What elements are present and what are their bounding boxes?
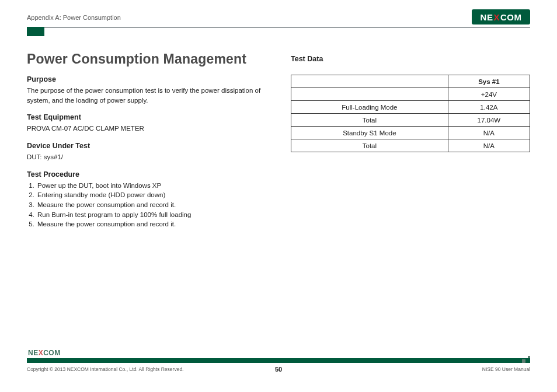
dut-heading: Device Under Test — [27, 142, 270, 150]
table-row: Standby S1 Mode N/A — [291, 127, 530, 139]
footer-logo-part2: COM — [43, 349, 61, 357]
page-title: Power Consumption Management — [27, 51, 270, 67]
testdata-table: Sys #1 +24V Full-Loading Mode 1.42A Tota… — [291, 75, 530, 152]
table-row: Full-Loading Mode 1.42A — [291, 101, 530, 114]
footer-brand-logo: NEXCOM — [28, 349, 61, 357]
footer-page-number: 50 — [0, 366, 557, 373]
footer-logo-x: X — [39, 349, 44, 357]
procedure-list: Power up the DUT, boot into Windows XP E… — [27, 181, 270, 229]
brand-logo: NEXCOM — [472, 9, 530, 24]
footer-logo-part1: NE — [28, 349, 39, 357]
equipment-heading: Test Equipment — [27, 113, 270, 121]
content-body: Power Consumption Management Purpose The… — [27, 51, 530, 229]
table-row-value: 17.04W — [448, 114, 530, 127]
table-header-blank — [291, 75, 448, 88]
logo-text-part1: NE — [481, 12, 493, 22]
table-row: Total 17.04W — [291, 114, 530, 127]
procedure-heading: Test Procedure — [27, 170, 270, 178]
table-row-label: Full-Loading Mode — [291, 101, 448, 114]
procedure-step: Run Burn-in test program to apply 100% f… — [36, 210, 270, 220]
table-row: Total N/A — [291, 139, 530, 152]
equipment-text: PROVA CM-07 AC/DC CLAMP METER — [27, 124, 270, 134]
right-column: Test Data Sys #1 +24V Full-Loading Mode … — [291, 51, 530, 229]
table-header-row: Sys #1 — [291, 75, 530, 88]
table-row-value: 1.42A — [448, 101, 530, 114]
table-row-label: Total — [291, 139, 448, 152]
table-row-label: Total — [291, 114, 448, 127]
footer-doc-name: NISE 90 User Manual — [482, 366, 530, 372]
purpose-text: The purpose of the power consumption tes… — [27, 86, 270, 105]
procedure-step: Entering standby mode (HDD power down) — [36, 190, 270, 200]
table-row-label — [291, 88, 448, 101]
purpose-heading: Purpose — [27, 75, 270, 83]
table-row-value: N/A — [448, 139, 530, 152]
table-header-sys: Sys #1 — [448, 75, 530, 88]
header-tab-marker — [27, 28, 44, 36]
table-row-value: +24V — [448, 88, 530, 101]
header-appendix-label: Appendix A: Power Consumption — [27, 14, 530, 21]
header-divider — [27, 27, 530, 28]
logo-text-part2: COM — [500, 12, 522, 22]
logo-text-x: X — [493, 12, 500, 22]
procedure-step: Measure the power consumption and record… — [36, 200, 270, 210]
testdata-heading: Test Data — [291, 55, 530, 63]
table-row-value: N/A — [448, 127, 530, 139]
document-page: Appendix A: Power Consumption NEXCOM Pow… — [0, 0, 557, 392]
table-row-label: Standby S1 Mode — [291, 127, 448, 139]
left-column: Power Consumption Management Purpose The… — [27, 51, 270, 229]
procedure-step: Power up the DUT, boot into Windows XP — [36, 181, 270, 191]
footer-divider — [27, 358, 530, 363]
table-row: +24V — [291, 88, 530, 101]
footer-deco-icon — [518, 355, 530, 363]
dut-text: DUT: sys#1/ — [27, 152, 270, 162]
procedure-step: Measure the power consumption and record… — [36, 219, 270, 229]
